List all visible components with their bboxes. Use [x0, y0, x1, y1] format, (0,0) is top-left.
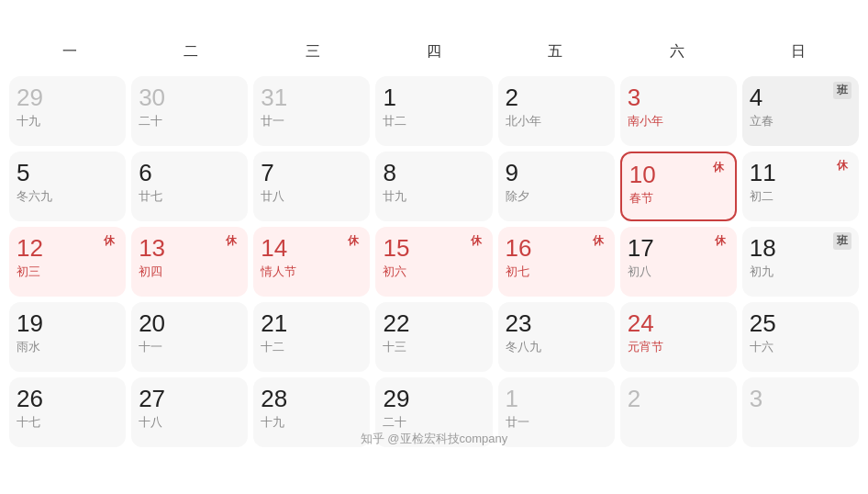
day-subtitle: 廿一 [261, 113, 284, 129]
day-subtitle: 十九 [261, 414, 284, 431]
header-cell: 六 [616, 35, 737, 69]
day-subtitle: 廿八 [261, 188, 284, 205]
watermark: 知乎 @亚检宏科技company [361, 431, 508, 447]
day-number: 20 [139, 311, 165, 335]
day-number: 26 [17, 387, 43, 410]
day-cell[interactable]: 27十八 [131, 377, 248, 447]
day-cell[interactable]: 26十七 [9, 377, 126, 447]
day-subtitle: 十二 [261, 339, 284, 355]
day-cell[interactable]: 29十九 [9, 76, 126, 146]
day-number: 2 [506, 85, 518, 109]
day-number: 12 [17, 236, 43, 260]
day-number: 23 [506, 311, 532, 335]
day-number: 18 [750, 236, 776, 260]
day-subtitle: 情人节 [261, 264, 296, 280]
day-number: 8 [383, 161, 395, 185]
day-subtitle: 廿九 [383, 188, 406, 205]
day-cell[interactable]: 8廿九 [375, 152, 492, 221]
day-subtitle: 二十 [383, 414, 406, 431]
day-number: 31 [261, 85, 287, 109]
day-cell[interactable]: 1廿一 [498, 377, 615, 447]
day-number: 21 [261, 311, 287, 335]
header-cell: 五 [495, 35, 616, 69]
day-subtitle: 初七 [506, 264, 529, 280]
day-number: 16 [506, 236, 532, 260]
day-subtitle: 初八 [628, 264, 651, 280]
day-cell[interactable]: 休12初三 [9, 227, 126, 297]
day-subtitle: 初九 [750, 264, 773, 280]
badge-休: 休 [467, 232, 485, 250]
day-cell[interactable]: 休16初七 [498, 227, 615, 297]
header-cell: 日 [738, 35, 859, 69]
day-subtitle: 十八 [139, 414, 162, 431]
day-number: 1 [506, 387, 518, 410]
day-cell[interactable]: 2北小年 [498, 76, 615, 146]
badge-班: 班 [833, 232, 851, 250]
day-cell[interactable]: 休17初八 [620, 227, 737, 297]
day-number: 7 [261, 161, 273, 185]
day-subtitle: 十三 [383, 339, 406, 355]
badge-休: 休 [344, 232, 362, 250]
day-subtitle: 初四 [139, 264, 162, 280]
day-number: 22 [383, 311, 409, 335]
calendar: 一二三四五六日 29十九30二十31廿一1廿二2北小年3南小年班4立春5冬六九6… [0, 26, 868, 469]
day-number: 27 [139, 387, 165, 410]
day-number: 4 [750, 85, 762, 109]
day-number: 11 [750, 161, 776, 185]
badge-休: 休 [222, 232, 240, 250]
day-number: 2 [628, 387, 640, 410]
day-cell[interactable]: 班18初九 [742, 227, 859, 297]
day-subtitle: 廿一 [506, 414, 529, 431]
day-number: 13 [139, 236, 165, 260]
day-subtitle: 初六 [383, 264, 406, 280]
day-subtitle: 雨水 [17, 339, 40, 355]
day-cell[interactable]: 休13初四 [131, 227, 248, 297]
day-subtitle: 初三 [17, 264, 40, 280]
day-cell[interactable]: 20十一 [131, 302, 248, 372]
day-cell[interactable]: 25十六 [742, 302, 859, 372]
day-cell[interactable]: 7廿八 [253, 152, 370, 221]
day-cell[interactable]: 休14情人节 [253, 227, 370, 297]
day-subtitle: 冬六九 [17, 188, 52, 205]
badge-休: 休 [711, 232, 729, 250]
day-cell[interactable]: 休11初二 [742, 152, 859, 221]
day-number: 14 [261, 236, 287, 260]
day-subtitle: 二十 [139, 113, 162, 129]
day-subtitle: 十七 [17, 414, 40, 431]
day-number: 29 [383, 387, 409, 410]
day-cell[interactable]: 3 [742, 377, 859, 447]
day-cell[interactable]: 3南小年 [620, 76, 737, 146]
header-cell: 三 [252, 35, 373, 69]
day-cell[interactable]: 休10春节 [620, 152, 737, 221]
day-cell[interactable]: 22十三 [375, 302, 492, 372]
badge-班: 班 [833, 82, 851, 99]
day-cell[interactable]: 30二十 [131, 76, 248, 146]
badge-休: 休 [833, 157, 851, 174]
day-number: 29 [17, 85, 43, 109]
day-subtitle: 冬八九 [506, 339, 541, 355]
day-cell[interactable]: 休15初六 [375, 227, 492, 297]
day-cell[interactable]: 31廿一 [253, 76, 370, 146]
day-number: 3 [628, 85, 640, 109]
day-subtitle: 廿二 [383, 113, 406, 129]
day-number: 24 [628, 311, 654, 335]
day-cell[interactable]: 23冬八九 [498, 302, 615, 372]
day-cell[interactable]: 28十九 [253, 377, 370, 447]
day-cell[interactable]: 5冬六九 [9, 152, 126, 221]
day-number: 10 [629, 163, 656, 186]
day-cell[interactable]: 9除夕 [498, 152, 615, 221]
day-subtitle: 元宵节 [628, 339, 663, 355]
day-cell[interactable]: 19雨水 [9, 302, 126, 372]
day-number: 6 [139, 161, 151, 185]
header-cell: 一 [9, 35, 130, 69]
day-cell[interactable]: 1廿二 [375, 76, 492, 146]
day-number: 5 [17, 161, 29, 185]
day-cell[interactable]: 24元宵节 [620, 302, 737, 372]
day-subtitle: 廿七 [139, 188, 162, 205]
day-cell[interactable]: 21十二 [253, 302, 370, 372]
day-subtitle: 除夕 [506, 188, 529, 205]
badge-休: 休 [709, 159, 728, 176]
day-cell[interactable]: 6廿七 [131, 152, 248, 221]
day-cell[interactable]: 班4立春 [742, 76, 859, 146]
day-cell[interactable]: 2 [620, 377, 737, 447]
